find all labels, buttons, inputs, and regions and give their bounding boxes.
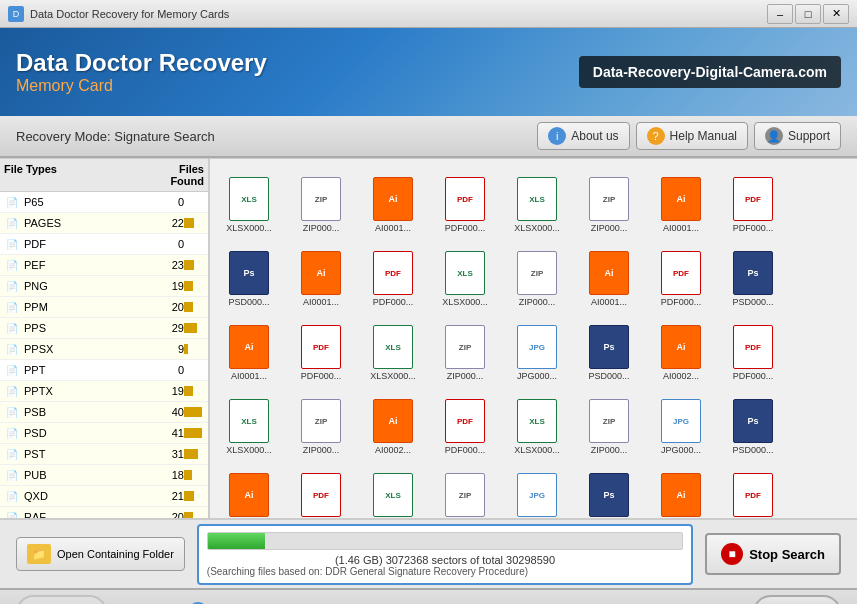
help-manual-button[interactable]: ? Help Manual [636,122,748,150]
file-list-row[interactable]: 📄P650 [0,192,208,213]
bottom-status: 📁 Open Containing Folder (1.46 GB) 30723… [0,518,857,588]
file-thumb[interactable]: XLSX000... [502,385,572,457]
file-count-value: 0 [154,238,184,250]
file-thumb[interactable]: AI0001... [286,237,356,309]
thumb-label: PSD000... [575,371,643,381]
stop-search-button[interactable]: ■ Stop Search [705,533,841,575]
file-count-value: 19 [154,280,184,292]
support-icon: 👤 [765,127,783,145]
file-thumb[interactable]: XLSX000... [430,237,500,309]
file-thumb[interactable]: AI0002... [646,459,716,518]
support-button[interactable]: 👤 Support [754,122,841,150]
thumb-label: PDF000... [431,223,499,233]
file-thumb[interactable]: PDF000... [718,311,788,383]
file-thumb[interactable]: XLSX000... [502,163,572,235]
minimize-button[interactable]: – [767,4,793,24]
window-title: Data Doctor Recovery for Memory Cards [30,8,229,20]
help-icon: ? [647,127,665,145]
thumb-label: XLSX000... [503,445,571,455]
thumb-label: PDF000... [287,371,355,381]
file-thumb[interactable]: PDF000... [430,385,500,457]
icon-grid-panel[interactable]: XLSX000...ZIP000...AI0001...PDF000...XLS… [210,159,857,518]
folder-icon: 📁 [27,544,51,564]
back-button[interactable]: ◀ Back [16,595,107,605]
file-thumb[interactable]: AI0002... [214,459,284,518]
file-list-scroll[interactable]: 📄P650📄PAGES22📄PDF0📄PEF23📄PNG19📄PPM20📄PPS… [0,192,208,518]
file-thumb[interactable]: PSD000... [214,237,284,309]
file-thumb[interactable]: JPG000... [502,311,572,383]
file-list-row[interactable]: 📄PPT0 [0,360,208,381]
file-thumb[interactable]: PDF000... [286,459,356,518]
file-thumb[interactable]: PSD000... [574,459,644,518]
file-list-row[interactable]: 📄PAGES22 [0,213,208,234]
file-thumb[interactable]: AI0002... [646,311,716,383]
open-folder-button[interactable]: 📁 Open Containing Folder [16,537,185,571]
file-list-row[interactable]: 📄PPM20 [0,297,208,318]
file-thumb[interactable]: PDF000... [430,163,500,235]
file-list-row[interactable]: 📄PEF23 [0,255,208,276]
file-thumb[interactable]: ZIP000... [430,459,500,518]
file-thumb[interactable]: ZIP000... [502,237,572,309]
file-thumb[interactable]: PSD000... [718,385,788,457]
file-thumb[interactable]: ZIP000... [430,311,500,383]
file-list-header: File Types Files Found [0,159,208,192]
file-thumb[interactable]: PDF000... [646,237,716,309]
info-icon: i [548,127,566,145]
file-list-row[interactable]: 📄PNG19 [0,276,208,297]
file-list-row[interactable]: 📄PPTX19 [0,381,208,402]
file-thumb[interactable]: ZIP000... [286,385,356,457]
file-list-row[interactable]: 📄RAF20 [0,507,208,518]
file-list-row[interactable]: 📄PPS29 [0,318,208,339]
file-thumb[interactable]: AI0001... [214,311,284,383]
file-thumb[interactable]: ZIP000... [574,385,644,457]
file-thumb[interactable]: AI0001... [646,163,716,235]
thumb-label: AI0002... [359,445,427,455]
thumb-label: ZIP000... [287,445,355,455]
file-thumb[interactable]: PSD000... [574,311,644,383]
progress-area: (1.46 GB) 3072368 sectors of total 30298… [197,524,693,585]
file-thumb[interactable]: XLSX000... [358,311,428,383]
file-thumb[interactable]: ZIP000... [286,163,356,235]
file-count-value: 19 [154,385,184,397]
file-type-label: PSB [24,406,154,418]
close-button[interactable]: ✕ [823,4,849,24]
file-thumb[interactable]: PSD000... [718,237,788,309]
file-thumb[interactable]: PDF000... [286,311,356,383]
app-title-line1: Data Doctor Recovery [16,49,267,77]
thumb-label: XLSX000... [503,223,571,233]
file-thumb[interactable]: PDF000... [718,459,788,518]
progress-bar-fill [208,533,265,549]
maximize-button[interactable]: □ [795,4,821,24]
file-thumb[interactable]: JPG000... [646,385,716,457]
thumb-label: ZIP000... [431,371,499,381]
thumb-label: PDF000... [359,297,427,307]
app-icon: D [8,6,24,22]
file-list-row[interactable]: 📄QXD21 [0,486,208,507]
stop-icon: ■ [721,543,743,565]
file-list-row[interactable]: 📄PUB18 [0,465,208,486]
file-thumb[interactable]: AI0002... [358,385,428,457]
file-count-value: 9 [154,343,184,355]
file-list-row[interactable]: 📄PDF0 [0,234,208,255]
file-list-row[interactable]: 📄PSD41 [0,423,208,444]
about-us-button[interactable]: i About us [537,122,629,150]
file-thumb[interactable]: PDF000... [358,237,428,309]
file-thumb[interactable]: XLSX000... [214,385,284,457]
file-thumb[interactable]: PDF000... [718,163,788,235]
file-list-row[interactable]: 📄PST31 [0,444,208,465]
thumb-label: JPG000... [503,371,571,381]
file-thumb[interactable]: AI0001... [358,163,428,235]
next-button[interactable]: Next ▶ [753,595,841,605]
file-thumb[interactable]: ZIP000... [574,163,644,235]
file-thumb[interactable]: AI0001... [574,237,644,309]
thumb-label: XLSX000... [215,445,283,455]
file-list-row[interactable]: 📄PSB40 [0,402,208,423]
file-thumb[interactable]: XLSX000... [358,459,428,518]
brand-label: Data-Recovery-Digital-Camera.com [579,56,841,88]
file-thumb[interactable]: JPG000... [502,459,572,518]
thumb-label: PSD000... [215,297,283,307]
file-count-value: 29 [154,322,184,334]
file-list-panel: File Types Files Found 📄P650📄PAGES22📄PDF… [0,159,210,518]
file-thumb[interactable]: XLSX000... [214,163,284,235]
file-list-row[interactable]: 📄PPSX9 [0,339,208,360]
